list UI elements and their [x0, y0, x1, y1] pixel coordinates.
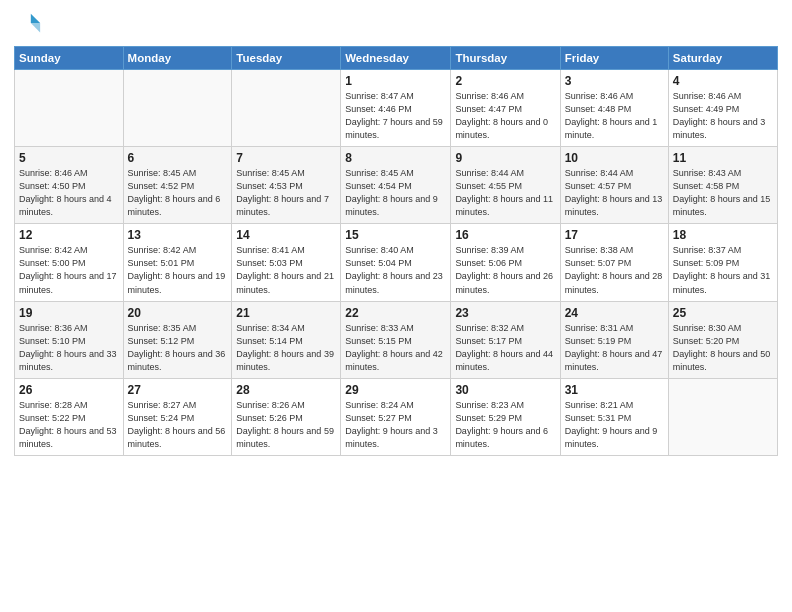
week-row-5: 26Sunrise: 8:28 AM Sunset: 5:22 PM Dayli… — [15, 378, 778, 455]
day-cell: 10Sunrise: 8:44 AM Sunset: 4:57 PM Dayli… — [560, 147, 668, 224]
calendar-table: SundayMondayTuesdayWednesdayThursdayFrid… — [14, 46, 778, 456]
day-number: 30 — [455, 383, 555, 397]
day-info: Sunrise: 8:39 AM Sunset: 5:06 PM Dayligh… — [455, 244, 555, 296]
day-cell: 5Sunrise: 8:46 AM Sunset: 4:50 PM Daylig… — [15, 147, 124, 224]
day-number: 28 — [236, 383, 336, 397]
day-number: 8 — [345, 151, 446, 165]
weekday-header-tuesday: Tuesday — [232, 47, 341, 70]
day-cell — [15, 70, 124, 147]
day-info: Sunrise: 8:46 AM Sunset: 4:48 PM Dayligh… — [565, 90, 664, 142]
day-cell: 24Sunrise: 8:31 AM Sunset: 5:19 PM Dayli… — [560, 301, 668, 378]
day-number: 12 — [19, 228, 119, 242]
day-info: Sunrise: 8:45 AM Sunset: 4:52 PM Dayligh… — [128, 167, 228, 219]
day-info: Sunrise: 8:44 AM Sunset: 4:57 PM Dayligh… — [565, 167, 664, 219]
day-number: 16 — [455, 228, 555, 242]
day-info: Sunrise: 8:38 AM Sunset: 5:07 PM Dayligh… — [565, 244, 664, 296]
day-info: Sunrise: 8:45 AM Sunset: 4:53 PM Dayligh… — [236, 167, 336, 219]
day-info: Sunrise: 8:31 AM Sunset: 5:19 PM Dayligh… — [565, 322, 664, 374]
day-cell: 26Sunrise: 8:28 AM Sunset: 5:22 PM Dayli… — [15, 378, 124, 455]
day-cell: 17Sunrise: 8:38 AM Sunset: 5:07 PM Dayli… — [560, 224, 668, 301]
day-cell: 30Sunrise: 8:23 AM Sunset: 5:29 PM Dayli… — [451, 378, 560, 455]
day-number: 15 — [345, 228, 446, 242]
day-info: Sunrise: 8:33 AM Sunset: 5:15 PM Dayligh… — [345, 322, 446, 374]
day-number: 2 — [455, 74, 555, 88]
day-cell: 29Sunrise: 8:24 AM Sunset: 5:27 PM Dayli… — [341, 378, 451, 455]
day-cell: 22Sunrise: 8:33 AM Sunset: 5:15 PM Dayli… — [341, 301, 451, 378]
day-number: 22 — [345, 306, 446, 320]
logo — [14, 10, 45, 38]
day-cell: 4Sunrise: 8:46 AM Sunset: 4:49 PM Daylig… — [668, 70, 777, 147]
day-cell: 18Sunrise: 8:37 AM Sunset: 5:09 PM Dayli… — [668, 224, 777, 301]
week-row-1: 1Sunrise: 8:47 AM Sunset: 4:46 PM Daylig… — [15, 70, 778, 147]
day-number: 25 — [673, 306, 773, 320]
weekday-header-wednesday: Wednesday — [341, 47, 451, 70]
day-info: Sunrise: 8:46 AM Sunset: 4:50 PM Dayligh… — [19, 167, 119, 219]
day-cell: 8Sunrise: 8:45 AM Sunset: 4:54 PM Daylig… — [341, 147, 451, 224]
day-number: 20 — [128, 306, 228, 320]
day-info: Sunrise: 8:46 AM Sunset: 4:49 PM Dayligh… — [673, 90, 773, 142]
day-cell: 6Sunrise: 8:45 AM Sunset: 4:52 PM Daylig… — [123, 147, 232, 224]
day-info: Sunrise: 8:24 AM Sunset: 5:27 PM Dayligh… — [345, 399, 446, 451]
day-cell: 14Sunrise: 8:41 AM Sunset: 5:03 PM Dayli… — [232, 224, 341, 301]
day-number: 10 — [565, 151, 664, 165]
day-cell: 15Sunrise: 8:40 AM Sunset: 5:04 PM Dayli… — [341, 224, 451, 301]
day-info: Sunrise: 8:30 AM Sunset: 5:20 PM Dayligh… — [673, 322, 773, 374]
day-cell: 23Sunrise: 8:32 AM Sunset: 5:17 PM Dayli… — [451, 301, 560, 378]
day-number: 6 — [128, 151, 228, 165]
day-number: 27 — [128, 383, 228, 397]
day-number: 21 — [236, 306, 336, 320]
svg-marker-1 — [31, 23, 40, 32]
day-cell: 20Sunrise: 8:35 AM Sunset: 5:12 PM Dayli… — [123, 301, 232, 378]
day-number: 11 — [673, 151, 773, 165]
weekday-header-monday: Monday — [123, 47, 232, 70]
day-info: Sunrise: 8:27 AM Sunset: 5:24 PM Dayligh… — [128, 399, 228, 451]
page: SundayMondayTuesdayWednesdayThursdayFrid… — [0, 0, 792, 612]
day-number: 9 — [455, 151, 555, 165]
day-info: Sunrise: 8:37 AM Sunset: 5:09 PM Dayligh… — [673, 244, 773, 296]
day-info: Sunrise: 8:45 AM Sunset: 4:54 PM Dayligh… — [345, 167, 446, 219]
day-info: Sunrise: 8:32 AM Sunset: 5:17 PM Dayligh… — [455, 322, 555, 374]
day-info: Sunrise: 8:44 AM Sunset: 4:55 PM Dayligh… — [455, 167, 555, 219]
day-number: 24 — [565, 306, 664, 320]
svg-marker-0 — [31, 14, 40, 23]
day-cell: 2Sunrise: 8:46 AM Sunset: 4:47 PM Daylig… — [451, 70, 560, 147]
day-cell: 11Sunrise: 8:43 AM Sunset: 4:58 PM Dayli… — [668, 147, 777, 224]
day-info: Sunrise: 8:28 AM Sunset: 5:22 PM Dayligh… — [19, 399, 119, 451]
day-info: Sunrise: 8:41 AM Sunset: 5:03 PM Dayligh… — [236, 244, 336, 296]
day-cell: 1Sunrise: 8:47 AM Sunset: 4:46 PM Daylig… — [341, 70, 451, 147]
day-info: Sunrise: 8:42 AM Sunset: 5:01 PM Dayligh… — [128, 244, 228, 296]
day-cell: 13Sunrise: 8:42 AM Sunset: 5:01 PM Dayli… — [123, 224, 232, 301]
day-info: Sunrise: 8:34 AM Sunset: 5:14 PM Dayligh… — [236, 322, 336, 374]
weekday-header-sunday: Sunday — [15, 47, 124, 70]
day-cell: 7Sunrise: 8:45 AM Sunset: 4:53 PM Daylig… — [232, 147, 341, 224]
day-cell: 21Sunrise: 8:34 AM Sunset: 5:14 PM Dayli… — [232, 301, 341, 378]
day-cell — [232, 70, 341, 147]
day-number: 31 — [565, 383, 664, 397]
day-number: 13 — [128, 228, 228, 242]
day-number: 26 — [19, 383, 119, 397]
day-cell: 27Sunrise: 8:27 AM Sunset: 5:24 PM Dayli… — [123, 378, 232, 455]
weekday-header-row: SundayMondayTuesdayWednesdayThursdayFrid… — [15, 47, 778, 70]
day-info: Sunrise: 8:47 AM Sunset: 4:46 PM Dayligh… — [345, 90, 446, 142]
day-number: 14 — [236, 228, 336, 242]
day-info: Sunrise: 8:40 AM Sunset: 5:04 PM Dayligh… — [345, 244, 446, 296]
day-info: Sunrise: 8:21 AM Sunset: 5:31 PM Dayligh… — [565, 399, 664, 451]
day-number: 19 — [19, 306, 119, 320]
logo-icon — [14, 10, 42, 38]
day-number: 7 — [236, 151, 336, 165]
day-cell: 9Sunrise: 8:44 AM Sunset: 4:55 PM Daylig… — [451, 147, 560, 224]
day-cell: 31Sunrise: 8:21 AM Sunset: 5:31 PM Dayli… — [560, 378, 668, 455]
day-info: Sunrise: 8:43 AM Sunset: 4:58 PM Dayligh… — [673, 167, 773, 219]
day-info: Sunrise: 8:46 AM Sunset: 4:47 PM Dayligh… — [455, 90, 555, 142]
weekday-header-friday: Friday — [560, 47, 668, 70]
day-info: Sunrise: 8:36 AM Sunset: 5:10 PM Dayligh… — [19, 322, 119, 374]
day-number: 3 — [565, 74, 664, 88]
week-row-4: 19Sunrise: 8:36 AM Sunset: 5:10 PM Dayli… — [15, 301, 778, 378]
day-cell — [123, 70, 232, 147]
day-cell: 19Sunrise: 8:36 AM Sunset: 5:10 PM Dayli… — [15, 301, 124, 378]
day-info: Sunrise: 8:42 AM Sunset: 5:00 PM Dayligh… — [19, 244, 119, 296]
week-row-2: 5Sunrise: 8:46 AM Sunset: 4:50 PM Daylig… — [15, 147, 778, 224]
day-info: Sunrise: 8:23 AM Sunset: 5:29 PM Dayligh… — [455, 399, 555, 451]
day-number: 18 — [673, 228, 773, 242]
day-number: 17 — [565, 228, 664, 242]
